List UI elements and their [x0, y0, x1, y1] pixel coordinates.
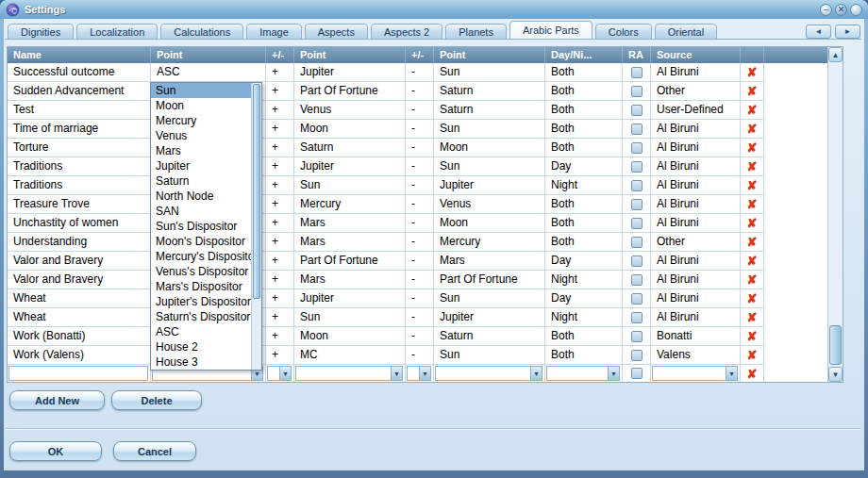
ok-button[interactable]: OK — [9, 441, 102, 461]
day-night-cell[interactable]: Both — [545, 195, 623, 214]
point3-cell[interactable]: Part Of Fortune — [434, 271, 545, 289]
tab[interactable]: Oriental — [655, 24, 718, 40]
source-cell[interactable]: Other — [651, 82, 741, 101]
name-cell[interactable]: Successful outcome — [8, 63, 151, 82]
dropdown-arrow-icon[interactable]: ▼ — [279, 367, 291, 380]
delete-row-icon[interactable]: ✘ — [747, 368, 758, 380]
new-point3-combo[interactable]: ▼ — [435, 366, 542, 381]
point2-cell[interactable]: Part Of Fortune — [294, 82, 406, 101]
plus-minus1-cell[interactable]: + — [266, 176, 294, 195]
ra-checkbox[interactable] — [631, 350, 643, 361]
new-source-combo[interactable]: ▼ — [652, 366, 738, 381]
ra-checkbox[interactable] — [631, 237, 643, 248]
delete-row-icon[interactable]: ✘ — [747, 292, 758, 305]
dropdown-item[interactable]: Sun's Dispositor — [151, 219, 261, 234]
new-plus-minus1-combo[interactable]: ▼ — [267, 366, 292, 381]
ra-checkbox[interactable] — [631, 67, 643, 78]
dropdown-item[interactable]: Saturn's Dispositor — [151, 309, 261, 324]
point2-cell[interactable]: Mars — [294, 214, 406, 233]
dropdown-item[interactable]: Mars — [151, 143, 261, 158]
plus-minus1-cell[interactable]: + — [266, 63, 294, 82]
ra-checkbox[interactable] — [631, 274, 643, 286]
point3-cell[interactable]: Jupiter — [434, 308, 545, 327]
point2-cell[interactable]: Moon — [294, 327, 406, 346]
name-cell[interactable]: Torture — [8, 139, 151, 157]
point3-cell[interactable]: Saturn — [434, 101, 545, 120]
plus-minus2-cell[interactable]: - — [406, 252, 434, 271]
ra-checkbox[interactable] — [631, 105, 643, 116]
dropdown-arrow-icon[interactable]: ▼ — [530, 367, 542, 380]
col-header-ra[interactable]: RA — [623, 47, 651, 63]
tab[interactable]: Aspects 2 — [371, 24, 442, 40]
name-cell[interactable]: Treasure Trove — [8, 195, 151, 214]
source-cell[interactable]: Al Biruni — [651, 120, 741, 139]
name-cell[interactable]: Work (Valens) — [8, 346, 151, 365]
name-cell[interactable]: Unchastity of women — [8, 214, 151, 233]
day-night-cell[interactable]: Both — [545, 63, 623, 82]
col-header-day-night[interactable]: Day/Ni... — [545, 47, 623, 63]
source-cell[interactable]: Other — [651, 233, 741, 252]
name-cell[interactable]: Time of marriage — [8, 120, 151, 139]
day-night-cell[interactable]: Night — [545, 308, 623, 327]
plus-minus1-cell[interactable]: + — [266, 252, 294, 271]
dropdown-item[interactable]: Jupiter's Dispositor — [151, 294, 261, 309]
name-cell[interactable]: Valor and Bravery — [8, 252, 151, 271]
scroll-down-icon[interactable]: ▼ — [828, 367, 843, 382]
dropdown-arrow-icon[interactable]: ▼ — [419, 367, 430, 380]
name-cell[interactable]: Wheat — [8, 308, 151, 327]
plus-minus1-cell[interactable]: + — [266, 101, 294, 120]
name-cell[interactable]: Understanding — [8, 233, 151, 252]
plus-minus2-cell[interactable]: - — [406, 308, 434, 327]
plus-minus2-cell[interactable]: - — [406, 82, 434, 101]
plus-minus1-cell[interactable]: + — [266, 82, 294, 101]
day-night-cell[interactable]: Night — [545, 271, 623, 289]
name-cell[interactable]: Traditions — [8, 176, 151, 195]
scrollbar-thumb[interactable] — [829, 325, 842, 365]
new-plus-minus2-combo[interactable]: ▼ — [407, 366, 431, 381]
dropdown-arrow-icon[interactable]: ▼ — [391, 367, 402, 380]
dropdown-item[interactable]: Sun — [151, 83, 261, 98]
ra-checkbox[interactable] — [631, 142, 643, 154]
day-night-cell[interactable]: Day — [545, 289, 623, 308]
new-name-input[interactable] — [8, 366, 148, 381]
point3-cell[interactable]: Sun — [434, 157, 545, 176]
day-night-cell[interactable]: Both — [545, 327, 623, 346]
plus-minus2-cell[interactable]: - — [406, 233, 434, 252]
source-cell[interactable]: User-Defined — [651, 101, 741, 120]
delete-row-icon[interactable]: ✘ — [747, 273, 758, 286]
point2-cell[interactable]: Mars — [294, 271, 406, 289]
delete-row-icon[interactable]: ✘ — [747, 236, 758, 248]
point2-cell[interactable]: Sun — [294, 176, 406, 195]
dropdown-item[interactable]: Moon's Dispositor — [151, 234, 261, 249]
dropdown-item[interactable]: Mercury's Dispositor — [151, 249, 261, 264]
plus-minus1-cell[interactable]: + — [266, 195, 294, 214]
source-cell[interactable]: Al Biruni — [651, 271, 741, 289]
point3-cell[interactable]: Mars — [434, 252, 545, 271]
col-header-source[interactable]: Source — [651, 47, 741, 63]
plus-minus2-cell[interactable]: - — [406, 120, 434, 139]
point2-cell[interactable]: Mars — [294, 233, 406, 252]
col-header-point3[interactable]: Point — [434, 47, 545, 63]
plus-minus1-cell[interactable]: + — [266, 346, 294, 365]
plus-minus2-cell[interactable]: - — [406, 157, 434, 176]
tab[interactable]: Localization — [76, 24, 158, 40]
delete-row-icon[interactable]: ✘ — [747, 123, 758, 135]
delete-row-icon[interactable]: ✘ — [747, 330, 758, 342]
point3-cell[interactable]: Saturn — [434, 82, 545, 101]
tab[interactable]: Calculations — [160, 24, 243, 40]
dropdown-item[interactable]: North Node — [151, 189, 261, 204]
plus-minus1-cell[interactable]: + — [266, 157, 294, 176]
point2-cell[interactable]: Sun — [294, 308, 406, 327]
plus-minus1-cell[interactable]: + — [266, 139, 294, 157]
delete-row-icon[interactable]: ✘ — [747, 66, 758, 78]
ra-checkbox[interactable] — [631, 199, 643, 210]
ra-checkbox[interactable] — [631, 161, 643, 173]
delete-row-icon[interactable]: ✘ — [747, 217, 758, 229]
new-point2-combo[interactable]: ▼ — [295, 366, 403, 381]
point3-cell[interactable]: Moon — [434, 139, 545, 157]
tab[interactable]: Aspects — [305, 24, 368, 40]
point3-cell[interactable]: Saturn — [434, 327, 545, 346]
tab[interactable]: Image — [246, 24, 302, 40]
name-cell[interactable]: Work (Bonatti) — [8, 327, 151, 346]
point2-cell[interactable]: Saturn — [294, 139, 406, 157]
